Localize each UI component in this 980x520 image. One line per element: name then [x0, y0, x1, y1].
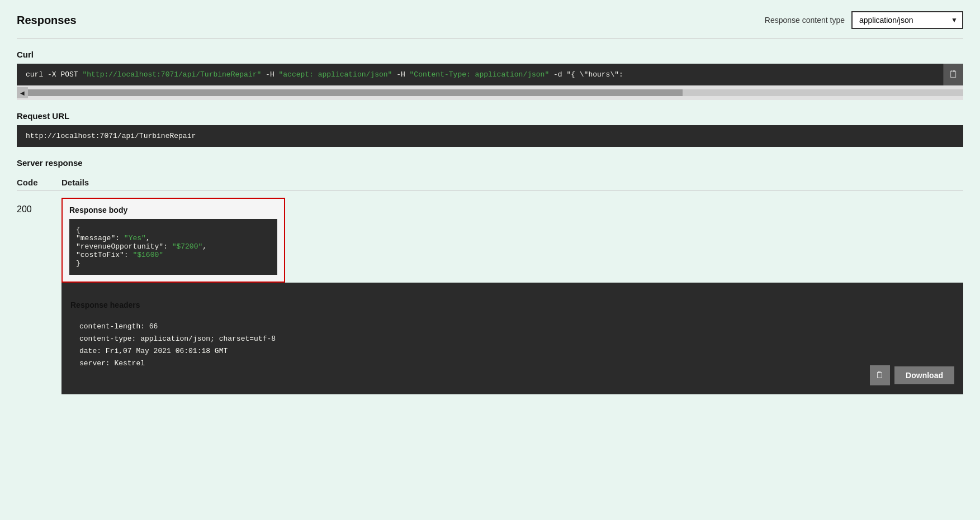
responses-header: Responses Response content type applicat…	[17, 11, 963, 39]
val-message: "Yes"	[124, 234, 146, 242]
key-cost: "costToFix":	[76, 251, 132, 259]
json-line-3: "revenueOpportunity": "$7200",	[76, 242, 271, 251]
val-cost: "$1600"	[132, 251, 163, 259]
page-title: Responses	[17, 14, 77, 27]
server-response-label: Server response	[17, 158, 963, 168]
response-headers-code: content-length: 66 content-type: applica…	[70, 314, 954, 376]
details-content: Response body { "message": "Yes", "reven…	[61, 198, 963, 394]
header-line-2: content-type: application/json; charset=…	[79, 333, 945, 345]
copy-response-button[interactable]: 🗒	[870, 365, 890, 385]
scroll-track[interactable]	[28, 89, 963, 96]
header-line-4: server: Kestrel	[79, 357, 945, 370]
response-body-box: Response body { "message": "Yes", "reven…	[61, 198, 285, 283]
response-body-code: { "message": "Yes", "revenueOpportunity"…	[69, 219, 277, 275]
response-body-title: Response body	[69, 206, 277, 214]
request-url-block: http://localhost:7071/api/TurbineRepair	[17, 125, 963, 147]
request-url-section: Request URL http://localhost:7071/api/Tu…	[17, 111, 963, 147]
request-url-text: http://localhost:7071/api/TurbineRepair	[26, 132, 196, 140]
copy-icon: 🗒	[949, 69, 959, 80]
full-response-area: 🗒 Download Response headers content-leng…	[61, 283, 963, 394]
content-type-label: Response content type	[765, 16, 845, 25]
status-code: 200	[17, 198, 61, 214]
key-message: "message":	[76, 234, 124, 242]
json-line-2: "message": "Yes",	[76, 234, 271, 242]
content-type-select[interactable]: application/json	[851, 11, 963, 29]
curl-command-block: curl -X POST "http://localhost:7071/api/…	[17, 64, 963, 85]
response-headers-section: Response headers content-length: 66 cont…	[70, 300, 954, 376]
scroll-left-arrow[interactable]: ◀	[17, 87, 28, 98]
details-column-header: Details	[61, 178, 89, 187]
server-response-section: Server response	[17, 158, 963, 168]
code-column-header: Code	[17, 178, 61, 187]
download-button[interactable]: Download	[894, 366, 954, 384]
val-revenue: "$7200"	[172, 242, 203, 251]
curl-label: Curl	[17, 50, 963, 59]
content-type-select-wrapper[interactable]: application/json	[851, 11, 963, 29]
json-line-4: "costToFix": "$1600"	[76, 251, 271, 259]
json-line-1: {	[76, 226, 271, 234]
content-type-row: Response content type application/json	[765, 11, 963, 29]
json-line-5: }	[76, 259, 271, 268]
response-actions: 🗒 Download	[870, 365, 954, 385]
response-row: 200 Response body { "message": "Yes", "r…	[17, 198, 963, 394]
curl-copy-button[interactable]: 🗒	[943, 64, 963, 85]
scroll-thumb	[28, 89, 683, 96]
curl-wrapper: curl -X POST "http://localhost:7071/api/…	[17, 64, 963, 85]
response-headers-title: Response headers	[70, 300, 954, 309]
key-revenue: "revenueOpportunity":	[76, 242, 172, 251]
copy-response-icon: 🗒	[875, 370, 884, 380]
curl-scrollbar[interactable]: ◀	[17, 85, 963, 100]
header-line-3: date: Fri,07 May 2021 06:01:18 GMT	[79, 345, 945, 357]
request-url-label: Request URL	[17, 111, 963, 121]
response-table-header: Code Details	[17, 174, 963, 191]
curl-command-text: curl -X POST "http://localhost:7071/api/…	[26, 70, 623, 79]
header-line-1: content-length: 66	[79, 321, 945, 333]
curl-section: Curl curl -X POST "http://localhost:7071…	[17, 50, 963, 100]
